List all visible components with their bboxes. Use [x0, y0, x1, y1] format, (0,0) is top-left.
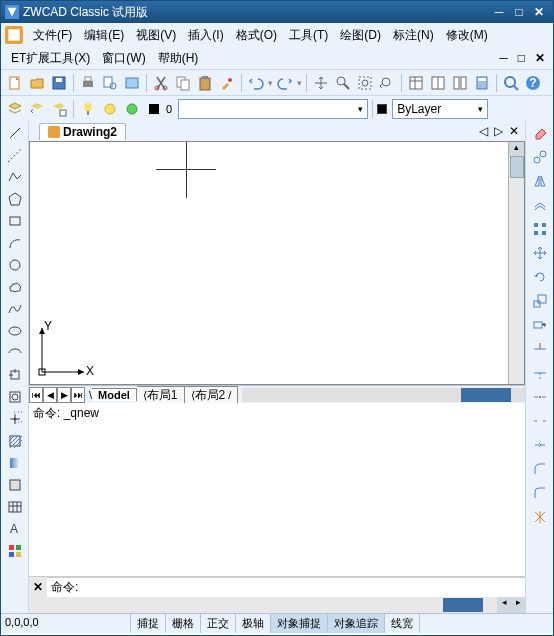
scroll-right-icon[interactable]: ▸ — [511, 597, 525, 613]
redo-dropdown-icon[interactable]: ▾ — [297, 78, 302, 88]
gradient-button[interactable] — [4, 453, 26, 473]
menu-file[interactable]: 文件(F) — [27, 25, 78, 46]
layer-dropdown[interactable]: ▾ — [178, 99, 368, 119]
spline-button[interactable] — [4, 299, 26, 319]
help-button[interactable]: ? — [523, 73, 543, 93]
rotate-button[interactable] — [530, 267, 550, 287]
hscroll-thumb[interactable] — [461, 388, 511, 402]
zoom-realtime-button[interactable] — [333, 73, 353, 93]
polygon-button[interactable] — [4, 189, 26, 209]
status-otrack[interactable]: 对象追踪 — [328, 614, 385, 633]
tool-palettes-button[interactable] — [450, 73, 470, 93]
design-center-button[interactable] — [428, 73, 448, 93]
scale-button[interactable] — [530, 291, 550, 311]
vertical-scrollbar[interactable]: ▴ — [508, 142, 524, 384]
redo-button[interactable] — [275, 73, 295, 93]
maximize-button[interactable]: □ — [509, 5, 529, 19]
new-button[interactable] — [5, 73, 25, 93]
make-block-button[interactable] — [4, 387, 26, 407]
layout-prev-button[interactable]: ◀ — [43, 387, 57, 403]
cmd-grip-icon[interactable]: ⋮⋮ — [13, 407, 24, 427]
mdi-minimize-button[interactable]: ─ — [495, 51, 512, 65]
status-lwt[interactable]: 线宽 — [385, 614, 420, 633]
save-button[interactable] — [49, 73, 69, 93]
copy-button[interactable] — [173, 73, 193, 93]
menu-modify[interactable]: 修改(M) — [440, 25, 494, 46]
minimize-button[interactable]: ─ — [489, 5, 509, 19]
construction-line-button[interactable] — [4, 145, 26, 165]
layer-lock-icon[interactable] — [122, 99, 142, 119]
layer-previous-button[interactable] — [27, 99, 47, 119]
array-button[interactable] — [530, 219, 550, 239]
move-button[interactable] — [530, 243, 550, 263]
menu-format[interactable]: 格式(O) — [230, 25, 283, 46]
join-button[interactable] — [530, 435, 550, 455]
publish-button[interactable] — [122, 73, 142, 93]
mdi-close-button[interactable]: ✕ — [531, 51, 549, 65]
polyline-button[interactable] — [4, 167, 26, 187]
print-button[interactable] — [78, 73, 98, 93]
hatch-button[interactable] — [4, 431, 26, 451]
undo-dropdown-icon[interactable]: ▾ — [268, 78, 273, 88]
menu-view[interactable]: 视图(V) — [130, 25, 182, 46]
horizontal-scrollbar[interactable] — [242, 388, 525, 402]
menu-tools[interactable]: 工具(T) — [283, 25, 334, 46]
zoom-window-button[interactable] — [355, 73, 375, 93]
menu-window[interactable]: 窗口(W) — [96, 48, 151, 69]
layout-tab-model[interactable]: Model — [92, 388, 137, 401]
command-input[interactable] — [82, 581, 521, 595]
menu-help[interactable]: 帮助(H) — [152, 48, 205, 69]
paste-button[interactable] — [195, 73, 215, 93]
copy-object-button[interactable] — [530, 147, 550, 167]
menu-ettools[interactable]: ET扩展工具(X) — [5, 48, 96, 69]
layout-next-button[interactable]: ▶ — [57, 387, 71, 403]
properties-button[interactable] — [406, 73, 426, 93]
tab-close-icon[interactable]: ✕ — [507, 124, 521, 138]
close-button[interactable]: ✕ — [529, 5, 549, 19]
zoom-extents-button[interactable] — [501, 73, 521, 93]
zoom-previous-button[interactable] — [377, 73, 397, 93]
break-at-point-button[interactable] — [530, 387, 550, 407]
offset-button[interactable] — [530, 195, 550, 215]
extend-button[interactable] — [530, 363, 550, 383]
trim-button[interactable] — [530, 339, 550, 359]
cmd-scroll-thumb[interactable] — [443, 598, 483, 612]
linetype-dropdown[interactable]: ByLayer ▾ — [392, 99, 488, 119]
table-button[interactable] — [4, 497, 26, 517]
circle-button[interactable] — [4, 255, 26, 275]
insert-block-button[interactable] — [4, 365, 26, 385]
pan-button[interactable] — [311, 73, 331, 93]
explode-button[interactable] — [530, 507, 550, 527]
document-tab[interactable]: Drawing2 — [39, 123, 126, 140]
command-hscroll[interactable]: ◂ ▸ — [29, 597, 525, 613]
print-preview-button[interactable] — [100, 73, 120, 93]
palette-button[interactable] — [4, 541, 26, 561]
layer-on-icon[interactable] — [78, 99, 98, 119]
status-snap[interactable]: 捕捉 — [131, 614, 166, 633]
layout-first-button[interactable]: ⏮ — [29, 387, 43, 403]
mtext-button[interactable]: A — [4, 519, 26, 539]
calculator-button[interactable] — [472, 73, 492, 93]
rectangle-button[interactable] — [4, 211, 26, 231]
layout-tab-1[interactable]: ⟨布局1 — [137, 386, 185, 404]
menu-edit[interactable]: 编辑(E) — [78, 25, 130, 46]
scroll-left-icon[interactable]: ◂ — [497, 597, 511, 613]
revision-cloud-button[interactable] — [4, 277, 26, 297]
tab-prev-icon[interactable]: ◁ — [477, 124, 490, 138]
layer-states-button[interactable] — [49, 99, 69, 119]
layer-freeze-icon[interactable] — [100, 99, 120, 119]
drawing-canvas[interactable]: Y X — [30, 142, 508, 384]
layer-color-icon[interactable] — [144, 99, 164, 119]
layer-manager-button[interactable] — [5, 99, 25, 119]
stretch-button[interactable] — [530, 315, 550, 335]
line-button[interactable] — [4, 123, 26, 143]
status-grid[interactable]: 栅格 — [166, 614, 201, 633]
region-button[interactable] — [4, 475, 26, 495]
undo-button[interactable] — [246, 73, 266, 93]
ellipse-button[interactable] — [4, 321, 26, 341]
color-swatch[interactable] — [377, 104, 387, 114]
open-button[interactable] — [27, 73, 47, 93]
menu-insert[interactable]: 插入(I) — [182, 25, 229, 46]
layout-last-button[interactable]: ⏭ — [71, 387, 85, 403]
fillet-button[interactable] — [530, 483, 550, 503]
